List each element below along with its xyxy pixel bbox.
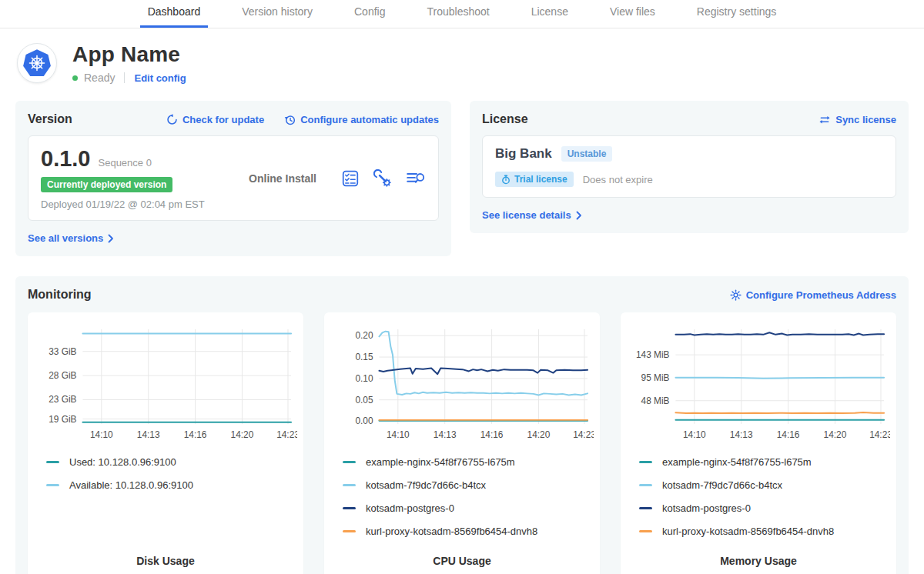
- license-box: Big Bank Unstable Trial license Does not…: [482, 135, 896, 198]
- configure-prometheus-link[interactable]: Configure Prometheus Address: [730, 289, 896, 301]
- svg-text:0.15: 0.15: [355, 352, 373, 362]
- svg-text:14:23: 14:23: [869, 429, 890, 440]
- legend-label: example-nginx-54f8f76755-l675m: [366, 456, 515, 468]
- tab-view-files[interactable]: View files: [602, 0, 663, 28]
- legend-item: kotsadm-7f9dc7d66c-b4tcx: [639, 479, 890, 491]
- current-version-box: 0.1.0 Sequence 0 Currently deployed vers…: [28, 135, 439, 221]
- svg-text:14:20: 14:20: [824, 429, 847, 440]
- trial-license-label: Trial license: [514, 174, 567, 185]
- legend-label: kurl-proxy-kotsadm-8569fb6454-dnvh8: [662, 526, 834, 537]
- page-title: App Name: [72, 42, 186, 67]
- app-logo: [17, 43, 57, 83]
- legend-color-dash: [639, 507, 652, 509]
- license-expiry: Does not expire: [583, 174, 653, 185]
- configure-automatic-updates-link[interactable]: Configure automatic updates: [284, 114, 439, 125]
- legend-color-dash: [46, 461, 59, 463]
- cpu-usage-chart-canvas: 14:1014:1314:1614:2014:230.000.050.100.1…: [330, 322, 594, 450]
- svg-text:14:10: 14:10: [683, 429, 706, 440]
- license-card-title: License: [482, 112, 528, 126]
- kubernetes-wheel-icon: [27, 53, 47, 73]
- legend-color-dash: [343, 461, 356, 463]
- legend-color-dash: [343, 484, 356, 486]
- kubernetes-heptagon: [22, 49, 52, 78]
- legend-color-dash: [343, 530, 356, 532]
- svg-text:14:20: 14:20: [231, 429, 254, 440]
- disk-usage-chart-canvas: 14:1014:1314:1614:2014:2319 GiB23 GiB28 …: [34, 322, 297, 450]
- view-logs-magnifier-icon[interactable]: [406, 170, 426, 187]
- svg-text:14:23: 14:23: [276, 429, 297, 440]
- tab-troubleshoot[interactable]: Troubleshoot: [419, 0, 497, 28]
- check-for-update-link[interactable]: Check for update: [166, 114, 264, 125]
- tab-config[interactable]: Config: [346, 0, 393, 28]
- charts-row: 14:1014:1314:1614:2014:2319 GiB23 GiB28 …: [28, 312, 896, 574]
- svg-text:19 GiB: 19 GiB: [49, 414, 76, 425]
- svg-text:14:13: 14:13: [434, 429, 457, 440]
- svg-text:28 GiB: 28 GiB: [49, 370, 76, 381]
- svg-text:23 GiB: 23 GiB: [49, 394, 76, 405]
- tab-dashboard[interactable]: Dashboard: [140, 0, 209, 28]
- deployed-timestamp: Deployed 01/19/22 @ 02:04 pm EST: [41, 199, 224, 210]
- legend-label: Used: 10.128.0.96:9100: [69, 456, 176, 468]
- memory-usage-panel: 14:1014:1314:1614:2014:2348 MiB95 MiB143…: [621, 312, 896, 574]
- svg-text:14:13: 14:13: [730, 429, 753, 440]
- see-all-versions-link[interactable]: See all versions: [28, 232, 114, 244]
- chevron-right-icon: [576, 211, 582, 220]
- channel-badge: Unstable: [561, 146, 613, 162]
- sync-license-link[interactable]: Sync license: [819, 114, 896, 125]
- edit-config-link[interactable]: Edit config: [134, 72, 186, 84]
- license-card: License Sync license Big Bank Unstable: [470, 101, 909, 233]
- svg-text:14:20: 14:20: [527, 429, 551, 440]
- svg-text:0.00: 0.00: [355, 415, 373, 426]
- chart-title: Disk Usage: [34, 549, 297, 574]
- svg-text:48 MiB: 48 MiB: [641, 395, 670, 406]
- tab-version-history[interactable]: Version history: [234, 0, 320, 28]
- legend-color-dash: [46, 484, 59, 486]
- svg-text:143 MiB: 143 MiB: [636, 349, 670, 360]
- legend-label: Available: 10.128.0.96:9100: [69, 479, 193, 491]
- see-license-details-link[interactable]: See license details: [482, 209, 582, 221]
- svg-text:14:13: 14:13: [137, 429, 160, 440]
- status-dot: [72, 75, 78, 81]
- svg-text:0.10: 0.10: [355, 373, 373, 384]
- version-number: 0.1.0: [41, 146, 91, 172]
- chart-legend: Used: 10.128.0.96:9100Available: 10.128.…: [46, 456, 297, 502]
- chart-legend: example-nginx-54f8f76755-l675mkotsadm-7f…: [639, 456, 890, 549]
- svg-text:14:10: 14:10: [90, 429, 113, 440]
- legend-color-dash: [639, 530, 652, 532]
- install-type-label: Online Install: [224, 172, 341, 185]
- legend-color-dash: [639, 484, 652, 486]
- summary-cards-row: Version Check for update Configure au: [0, 92, 924, 256]
- legend-label: kotsadm-postgres-0: [662, 502, 751, 514]
- chart-title: CPU Usage: [330, 549, 594, 574]
- trial-license-badge: Trial license: [495, 172, 574, 187]
- app-header: App Name Ready Edit config: [0, 28, 924, 92]
- tab-registry-settings[interactable]: Registry settings: [689, 0, 784, 28]
- svg-text:95 MiB: 95 MiB: [641, 372, 670, 383]
- legend-item: kotsadm-7f9dc7d66c-b4tcx: [343, 479, 594, 491]
- top-nav: DashboardVersion historyConfigTroublesho…: [0, 0, 924, 28]
- version-card: Version Check for update Configure au: [15, 101, 451, 256]
- legend-label: kotsadm-7f9dc7d66c-b4tcx: [662, 479, 782, 491]
- svg-text:0.20: 0.20: [355, 330, 373, 341]
- preflight-checklist-icon[interactable]: [341, 169, 360, 188]
- monitoring-card: Monitoring Configure Prometheus Address …: [15, 276, 909, 574]
- app-status: Ready: [84, 72, 115, 84]
- divider: [124, 72, 125, 83]
- disk-usage-panel: 14:1014:1314:1614:2014:2319 GiB23 GiB28 …: [28, 312, 303, 574]
- sync-license-label: Sync license: [835, 114, 896, 125]
- see-all-versions-label: See all versions: [28, 232, 103, 244]
- gear-icon: [730, 289, 742, 301]
- legend-item: example-nginx-54f8f76755-l675m: [639, 456, 890, 468]
- configure-prometheus-label: Configure Prometheus Address: [746, 289, 896, 301]
- tab-license[interactable]: License: [524, 0, 576, 28]
- legend-color-dash: [343, 507, 356, 509]
- legend-item: example-nginx-54f8f76755-l675m: [343, 456, 594, 468]
- cpu-usage-panel: 14:1014:1314:1614:2014:230.000.050.100.1…: [324, 312, 600, 574]
- legend-label: example-nginx-54f8f76755-l675m: [662, 456, 812, 468]
- chart-title: Memory Usage: [627, 549, 890, 574]
- swap-arrows-icon: [819, 114, 831, 125]
- chevron-right-icon: [108, 234, 114, 243]
- check-for-update-label: Check for update: [182, 114, 264, 125]
- wrench-gear-icon[interactable]: [373, 169, 392, 188]
- configure-automatic-updates-label: Configure automatic updates: [300, 114, 439, 125]
